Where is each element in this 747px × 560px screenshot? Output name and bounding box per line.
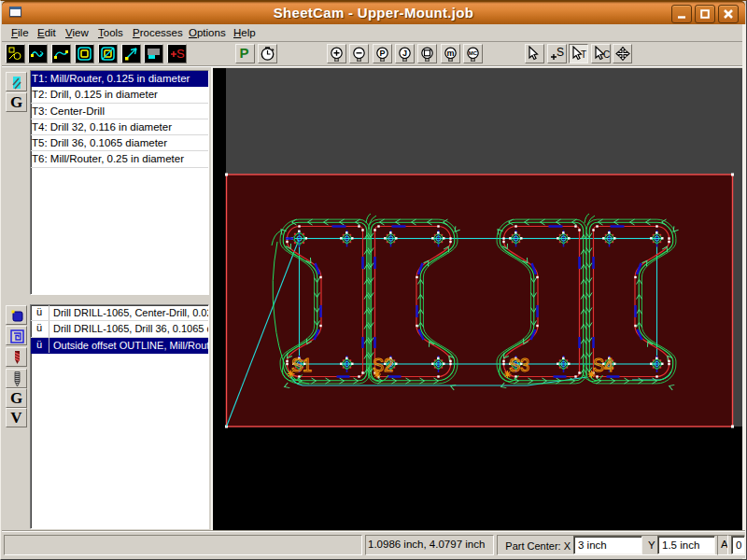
- svg-text:P: P: [379, 49, 385, 58]
- svg-text:S: S: [557, 46, 564, 59]
- svg-text:S1: S1: [291, 355, 312, 375]
- svg-text:m: m: [446, 49, 454, 58]
- svg-text:C: C: [603, 49, 610, 60]
- svg-text:S: S: [176, 47, 185, 61]
- svg-text:S2: S2: [373, 355, 393, 375]
- svg-text:MC: MC: [469, 50, 478, 56]
- svg-text:S4: S4: [593, 355, 613, 375]
- svg-text:J: J: [402, 49, 407, 58]
- svg-text:T: T: [581, 49, 586, 60]
- svg-text:S3: S3: [509, 355, 529, 375]
